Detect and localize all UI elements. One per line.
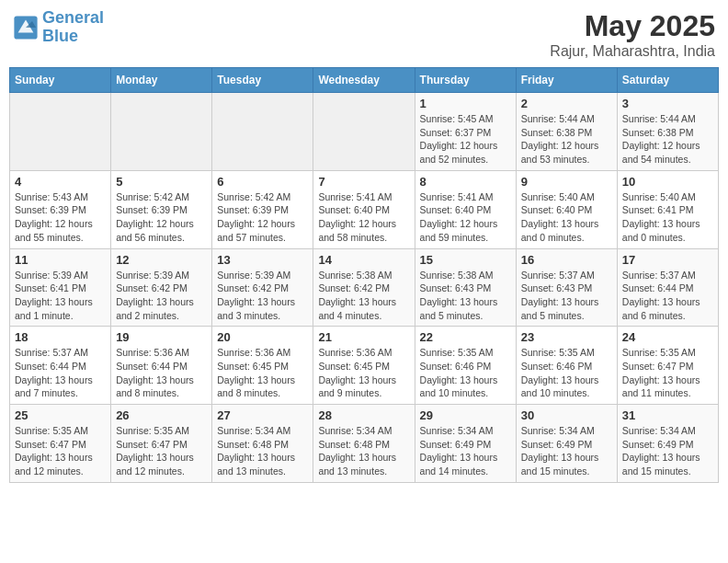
logo-line1: General [42,8,104,27]
calendar-cell: 6Sunrise: 5:42 AM Sunset: 6:39 PM Daylig… [212,170,313,248]
calendar-cell: 5Sunrise: 5:42 AM Sunset: 6:39 PM Daylig… [111,170,212,248]
day-number: 28 [318,408,409,422]
day-info: Sunrise: 5:37 AM Sunset: 6:44 PM Dayligh… [622,269,713,323]
calendar-cell [10,93,111,171]
day-info: Sunrise: 5:45 AM Sunset: 6:37 PM Dayligh… [420,112,511,167]
day-info: Sunrise: 5:43 AM Sunset: 6:39 PM Dayligh… [15,190,106,245]
calendar-cell: 22Sunrise: 5:35 AM Sunset: 6:46 PM Dayli… [415,327,516,405]
day-number: 8 [420,175,511,189]
day-number: 1 [420,97,511,110]
calendar-cell: 23Sunrise: 5:35 AM Sunset: 6:46 PM Dayli… [516,327,617,405]
day-number: 17 [622,253,713,267]
day-info: Sunrise: 5:42 AM Sunset: 6:39 PM Dayligh… [217,190,308,245]
calendar-cell: 25Sunrise: 5:35 AM Sunset: 6:47 PM Dayli… [10,405,111,483]
day-number: 19 [116,330,207,344]
calendar-cell: 11Sunrise: 5:39 AM Sunset: 6:41 PM Dayli… [10,248,111,327]
day-number: 18 [15,330,106,344]
calendar-cell: 30Sunrise: 5:34 AM Sunset: 6:49 PM Dayli… [516,405,617,483]
day-number: 29 [420,408,511,422]
calendar-week-3: 18Sunrise: 5:37 AM Sunset: 6:44 PM Dayli… [10,327,719,405]
calendar-week-4: 25Sunrise: 5:35 AM Sunset: 6:47 PM Dayli… [10,405,719,483]
day-info: Sunrise: 5:36 AM Sunset: 6:44 PM Dayligh… [116,346,207,400]
calendar-cell: 15Sunrise: 5:38 AM Sunset: 6:43 PM Dayli… [415,248,516,327]
calendar-cell [313,93,415,171]
day-info: Sunrise: 5:41 AM Sunset: 6:40 PM Dayligh… [420,190,511,245]
day-number: 9 [521,175,612,189]
day-number: 31 [622,408,713,422]
day-info: Sunrise: 5:39 AM Sunset: 6:42 PM Dayligh… [217,269,308,323]
day-info: Sunrise: 5:34 AM Sunset: 6:49 PM Dayligh… [622,424,713,478]
day-number: 4 [15,175,106,189]
calendar-week-1: 4Sunrise: 5:43 AM Sunset: 6:39 PM Daylig… [10,170,719,248]
calendar-cell: 7Sunrise: 5:41 AM Sunset: 6:40 PM Daylig… [313,170,415,248]
day-number: 23 [521,330,612,344]
calendar-cell: 28Sunrise: 5:34 AM Sunset: 6:48 PM Dayli… [313,405,415,483]
day-number: 5 [116,175,207,189]
day-header-friday: Friday [516,68,617,93]
day-header-saturday: Saturday [617,68,718,93]
day-info: Sunrise: 5:37 AM Sunset: 6:43 PM Dayligh… [521,269,612,323]
day-number: 24 [622,330,713,344]
calendar-cell: 9Sunrise: 5:40 AM Sunset: 6:40 PM Daylig… [516,170,617,248]
calendar-week-0: 1Sunrise: 5:45 AM Sunset: 6:37 PM Daylig… [10,93,719,171]
day-number: 2 [521,97,612,110]
day-info: Sunrise: 5:44 AM Sunset: 6:38 PM Dayligh… [521,112,612,167]
day-info: Sunrise: 5:44 AM Sunset: 6:38 PM Dayligh… [622,112,713,167]
day-info: Sunrise: 5:34 AM Sunset: 6:48 PM Dayligh… [217,424,308,478]
day-number: 13 [217,253,308,267]
calendar-header-row: SundayMondayTuesdayWednesdayThursdayFrid… [10,68,719,93]
day-info: Sunrise: 5:39 AM Sunset: 6:41 PM Dayligh… [15,269,106,323]
day-number: 7 [318,175,409,189]
day-info: Sunrise: 5:35 AM Sunset: 6:47 PM Dayligh… [622,346,713,400]
calendar-cell: 16Sunrise: 5:37 AM Sunset: 6:43 PM Dayli… [516,248,617,327]
day-info: Sunrise: 5:34 AM Sunset: 6:49 PM Dayligh… [420,424,511,478]
calendar-cell: 21Sunrise: 5:36 AM Sunset: 6:45 PM Dayli… [313,327,415,405]
day-info: Sunrise: 5:34 AM Sunset: 6:49 PM Dayligh… [521,424,612,478]
day-number: 6 [217,175,308,189]
day-number: 16 [521,253,612,267]
day-info: Sunrise: 5:42 AM Sunset: 6:39 PM Dayligh… [116,190,207,245]
day-number: 12 [116,253,207,267]
calendar-cell: 19Sunrise: 5:36 AM Sunset: 6:44 PM Dayli… [111,327,212,405]
day-header-tuesday: Tuesday [212,68,313,93]
day-info: Sunrise: 5:38 AM Sunset: 6:42 PM Dayligh… [318,269,409,323]
calendar-cell: 3Sunrise: 5:44 AM Sunset: 6:38 PM Daylig… [617,93,718,171]
calendar-cell: 2Sunrise: 5:44 AM Sunset: 6:38 PM Daylig… [516,93,617,171]
calendar-cell: 24Sunrise: 5:35 AM Sunset: 6:47 PM Dayli… [617,327,718,405]
page-header: General Blue May 2025 Rajur, Maharashtra… [9,9,719,60]
calendar-cell: 14Sunrise: 5:38 AM Sunset: 6:42 PM Dayli… [313,248,415,327]
day-info: Sunrise: 5:36 AM Sunset: 6:45 PM Dayligh… [318,346,409,400]
calendar-cell: 10Sunrise: 5:40 AM Sunset: 6:41 PM Dayli… [617,170,718,248]
calendar-cell: 4Sunrise: 5:43 AM Sunset: 6:39 PM Daylig… [10,170,111,248]
logo: General Blue [13,9,104,46]
calendar-week-2: 11Sunrise: 5:39 AM Sunset: 6:41 PM Dayli… [10,248,719,327]
logo-icon [13,15,39,40]
day-info: Sunrise: 5:35 AM Sunset: 6:47 PM Dayligh… [15,424,106,478]
calendar-cell: 12Sunrise: 5:39 AM Sunset: 6:42 PM Dayli… [111,248,212,327]
day-info: Sunrise: 5:38 AM Sunset: 6:43 PM Dayligh… [420,269,511,323]
day-number: 27 [217,408,308,422]
calendar-table: SundayMondayTuesdayWednesdayThursdayFrid… [9,67,719,483]
day-header-thursday: Thursday [415,68,516,93]
day-number: 11 [15,253,106,267]
calendar-cell: 13Sunrise: 5:39 AM Sunset: 6:42 PM Dayli… [212,248,313,327]
day-info: Sunrise: 5:41 AM Sunset: 6:40 PM Dayligh… [318,190,409,245]
calendar-cell: 8Sunrise: 5:41 AM Sunset: 6:40 PM Daylig… [415,170,516,248]
day-info: Sunrise: 5:40 AM Sunset: 6:41 PM Dayligh… [622,190,713,245]
page-subtitle: Rajur, Maharashtra, India [550,43,715,60]
calendar-cell: 20Sunrise: 5:36 AM Sunset: 6:45 PM Dayli… [212,327,313,405]
page-title: May 2025 [550,9,715,43]
calendar-cell [212,93,313,171]
day-info: Sunrise: 5:35 AM Sunset: 6:46 PM Dayligh… [420,346,511,400]
calendar-cell: 1Sunrise: 5:45 AM Sunset: 6:37 PM Daylig… [415,93,516,171]
day-number: 20 [217,330,308,344]
day-number: 22 [420,330,511,344]
title-section: May 2025 Rajur, Maharashtra, India [550,9,715,60]
day-number: 26 [116,408,207,422]
day-info: Sunrise: 5:40 AM Sunset: 6:40 PM Dayligh… [521,190,612,245]
logo-line2: Blue [42,27,78,45]
day-info: Sunrise: 5:36 AM Sunset: 6:45 PM Dayligh… [217,346,308,400]
day-header-monday: Monday [111,68,212,93]
calendar-cell: 29Sunrise: 5:34 AM Sunset: 6:49 PM Dayli… [415,405,516,483]
day-number: 25 [15,408,106,422]
